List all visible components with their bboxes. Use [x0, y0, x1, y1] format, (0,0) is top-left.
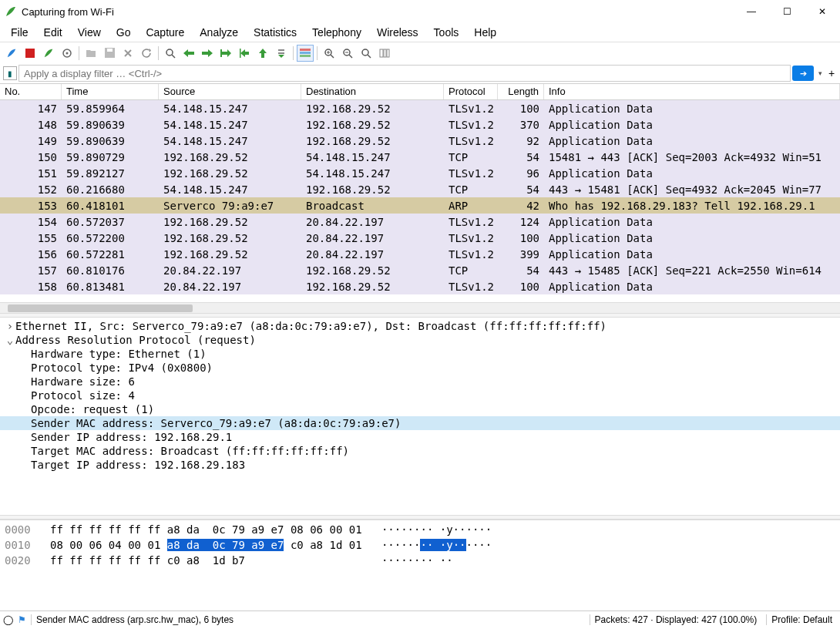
svg-line-22 [368, 55, 371, 58]
detail-target-mac[interactable]: Target MAC address: Broadcast (ff:ff:ff:… [0, 444, 840, 458]
goto-packet-button[interactable] [217, 45, 234, 62]
svg-rect-7 [220, 49, 222, 57]
go-forward-button[interactable] [199, 45, 216, 62]
packet-row[interactable]: 15860.81348120.84.22.197192.168.29.52TLS… [0, 278, 840, 294]
svg-line-6 [172, 55, 175, 58]
menu-analyze[interactable]: Analyze [192, 25, 246, 40]
titlebar: Capturing from Wi-Fi — ☐ ✕ [0, 0, 840, 23]
hex-line-2[interactable]: 0020 ff ff ff ff ff ff c0 a8 1d b7 ·····… [5, 553, 835, 568]
filter-history-dropdown[interactable]: ▾ [815, 69, 825, 77]
packet-row[interactable]: 15159.892127192.168.29.5254.148.15.247TL… [0, 165, 840, 181]
zoom-out-button[interactable] [339, 45, 356, 62]
maximize-button[interactable]: ☐ [769, 0, 805, 23]
packet-list-header[interactable]: No. Time Source Destination Protocol Len… [0, 83, 840, 100]
detail-sender-ip[interactable]: Sender IP address: 192.168.29.1 [0, 430, 840, 444]
status-capture-icon: ◯ [3, 614, 13, 625]
collapse-icon[interactable]: ⌄ [5, 334, 15, 346]
open-file-button[interactable] [82, 45, 99, 62]
svg-rect-12 [300, 52, 311, 54]
detail-arp[interactable]: ⌄Address Resolution Protocol (request) [0, 333, 840, 347]
minimize-button[interactable]: — [734, 0, 769, 23]
zoom-in-button[interactable] [321, 45, 338, 62]
reload-button[interactable] [138, 45, 155, 62]
col-header-destination[interactable]: Destination [301, 84, 444, 99]
autoscroll-button[interactable] [273, 45, 290, 62]
save-file-button[interactable] [101, 45, 118, 62]
hex-line-0[interactable]: 0000 ff ff ff ff ff ff a8 da 0c 79 a9 e7… [5, 522, 835, 537]
display-filter-input[interactable] [18, 65, 791, 82]
detail-target-ip[interactable]: Target IP address: 192.168.29.183 [0, 458, 840, 472]
svg-rect-8 [240, 49, 241, 58]
menu-wireless[interactable]: Wireless [369, 25, 426, 40]
start-capture-button[interactable] [3, 45, 20, 62]
zoom-100-button[interactable] [358, 45, 375, 62]
filter-add-button[interactable]: + [826, 67, 837, 79]
menu-edit[interactable]: Edit [36, 25, 70, 40]
detail-ethernet[interactable]: ›Ethernet II, Src: Serverco_79:a9:e7 (a8… [0, 319, 840, 333]
capture-options-button[interactable] [59, 45, 76, 62]
go-back-button[interactable] [180, 45, 197, 62]
detail-opcode[interactable]: Opcode: request (1) [0, 402, 840, 416]
svg-rect-23 [380, 49, 383, 57]
filter-bookmark-button[interactable]: ▮ [3, 66, 17, 80]
packet-row[interactable]: 15460.572037192.168.29.5220.84.22.197TLS… [0, 214, 840, 230]
hex-dump[interactable]: 0000 ff ff ff ff ff ff a8 da 0c 79 a9 e7… [0, 520, 840, 610]
packet-row[interactable]: 15760.81017620.84.22.197192.168.29.52TCP… [0, 262, 840, 278]
col-header-source[interactable]: Source [159, 84, 301, 99]
packet-row[interactable]: 14959.89063954.148.15.247192.168.29.52TL… [0, 133, 840, 149]
scrollbar-thumb[interactable] [8, 304, 193, 312]
menu-view[interactable]: View [70, 25, 109, 40]
col-header-info[interactable]: Info [544, 84, 840, 99]
close-file-button[interactable] [119, 45, 136, 62]
colorize-button[interactable] [297, 45, 314, 62]
svg-rect-25 [387, 49, 389, 57]
packet-row[interactable]: 15059.890729192.168.29.5254.148.15.247TC… [0, 149, 840, 165]
restart-capture-button[interactable] [40, 45, 57, 62]
col-header-length[interactable]: Length [498, 84, 544, 99]
detail-proto-size[interactable]: Protocol size: 4 [0, 388, 840, 402]
detail-sender-mac[interactable]: Sender MAC address: Serverco_79:a9:e7 (a… [0, 416, 840, 430]
menu-go[interactable]: Go [109, 25, 139, 40]
menu-help[interactable]: Help [466, 25, 504, 40]
svg-line-15 [331, 55, 334, 58]
status-profile[interactable]: Profile: Default [766, 614, 837, 625]
svg-line-19 [349, 55, 352, 58]
packet-row[interactable]: 15360.418101Serverco_79:a9:e7BroadcastAR… [0, 197, 840, 214]
packet-row[interactable]: 14759.85996454.148.15.247192.168.29.52TL… [0, 100, 840, 116]
status-field-info: Sender MAC address (arp.src.hw_mac), 6 b… [31, 614, 238, 625]
goto-last-button[interactable] [254, 45, 271, 62]
svg-rect-4 [107, 49, 113, 52]
detail-hw-type[interactable]: Hardware type: Ethernet (1) [0, 347, 840, 361]
filter-apply-button[interactable]: ➔ [792, 66, 814, 81]
packet-list[interactable]: 14759.85996454.148.15.247192.168.29.52TL… [0, 100, 840, 302]
col-header-time[interactable]: Time [62, 84, 159, 99]
window-title: Capturing from Wi-Fi [22, 6, 734, 18]
status-packet-counts: Packets: 427 · Displayed: 427 (100.0%) [590, 614, 762, 625]
col-header-protocol[interactable]: Protocol [444, 84, 498, 99]
resize-columns-button[interactable] [376, 45, 393, 62]
menu-statistics[interactable]: Statistics [246, 25, 304, 40]
menubar: File Edit View Go Capture Analyze Statis… [0, 23, 840, 42]
hex-line-1[interactable]: 0010 08 00 06 04 00 01 a8 da 0c 79 a9 e7… [5, 537, 835, 553]
packet-row[interactable]: 14859.89063954.148.15.247192.168.29.52TL… [0, 116, 840, 133]
packet-row[interactable]: 15260.21668054.148.15.247192.168.29.52TC… [0, 181, 840, 197]
col-header-no[interactable]: No. [0, 84, 62, 99]
packet-details[interactable]: ›Ethernet II, Src: Serverco_79:a9:e7 (a8… [0, 318, 840, 515]
packet-list-hscroll[interactable] [0, 302, 840, 313]
close-button[interactable]: ✕ [805, 0, 840, 23]
menu-telephony[interactable]: Telephony [304, 25, 369, 40]
stop-capture-button[interactable] [22, 45, 39, 62]
goto-first-button[interactable] [236, 45, 253, 62]
status-expert-icon[interactable]: ⚑ [18, 614, 26, 625]
menu-tools[interactable]: Tools [426, 25, 467, 40]
detail-proto-type[interactable]: Protocol type: IPv4 (0x0800) [0, 361, 840, 375]
menu-capture[interactable]: Capture [138, 25, 192, 40]
app-logo-icon [5, 5, 17, 18]
packet-row[interactable]: 15560.572200192.168.29.5220.84.22.197TLS… [0, 230, 840, 246]
svg-rect-0 [25, 49, 35, 58]
expand-icon[interactable]: › [5, 320, 15, 332]
menu-file[interactable]: File [3, 25, 36, 40]
detail-hw-size[interactable]: Hardware size: 6 [0, 375, 840, 388]
packet-row[interactable]: 15660.572281192.168.29.5220.84.22.197TLS… [0, 246, 840, 262]
find-packet-button[interactable] [162, 45, 179, 62]
